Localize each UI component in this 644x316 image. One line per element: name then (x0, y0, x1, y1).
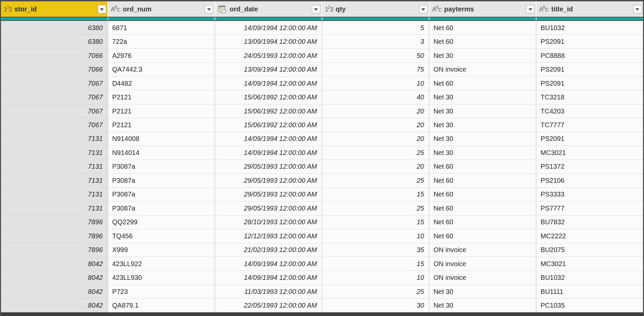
filter-dropdown-button[interactable] (633, 5, 642, 13)
cell-stor_id[interactable]: 7131 (1, 174, 108, 187)
cell-stor_id[interactable]: 7131 (1, 202, 108, 215)
cell-payterms[interactable]: ON invoice (430, 257, 536, 270)
cell-qty[interactable]: 15 (322, 216, 429, 229)
cell-stor_id[interactable]: 7131 (1, 146, 108, 159)
cell-ord_date[interactable]: 14/09/1994 12:00:00 AM (215, 257, 322, 270)
cell-ord_date[interactable]: 14/09/1994 12:00:00 AM (215, 146, 322, 159)
cell-ord_num[interactable]: P3087a (108, 188, 215, 201)
cell-payterms[interactable]: Net 30 (430, 132, 536, 146)
cell-title_id[interactable]: PS2091 (536, 35, 643, 48)
cell-ord_date[interactable]: 14/09/1994 12:00:00 AM (215, 21, 322, 34)
cell-ord_num[interactable]: P3087a (108, 202, 215, 215)
cell-ord_date[interactable]: 13/09/1994 12:00:00 AM (215, 35, 322, 48)
cell-title_id[interactable]: BU7832 (536, 216, 643, 229)
filter-dropdown-button[interactable] (526, 5, 534, 13)
cell-stor_id[interactable]: 7896 (1, 229, 108, 243)
cell-ord_date[interactable]: 11/03/1993 12:00:00 AM (215, 285, 322, 298)
cell-stor_id[interactable]: 7896 (1, 216, 108, 229)
cell-ord_date[interactable]: 21/02/1993 12:00:00 AM (215, 243, 322, 257)
column-header-stor_id[interactable]: 123stor_id (1, 1, 108, 17)
cell-title_id[interactable]: PC8888 (536, 49, 643, 62)
cell-payterms[interactable]: Net 30 (430, 104, 536, 118)
filter-dropdown-button[interactable] (98, 5, 106, 13)
cell-ord_date[interactable]: 15/06/1992 12:00:00 AM (215, 118, 322, 132)
cell-ord_date[interactable]: 24/05/1993 12:00:00 AM (215, 49, 322, 62)
cell-qty[interactable]: 50 (322, 49, 429, 62)
cell-qty[interactable]: 20 (322, 160, 429, 173)
cell-qty[interactable]: 20 (322, 118, 429, 132)
cell-stor_id[interactable]: 6380 (1, 21, 108, 34)
cell-payterms[interactable]: Net 30 (430, 90, 536, 104)
cell-payterms[interactable]: Net 60 (430, 77, 536, 90)
cell-qty[interactable]: 25 (322, 202, 429, 215)
cell-ord_num[interactable]: P3087a (108, 160, 215, 173)
cell-qty[interactable]: 20 (322, 104, 429, 118)
cell-payterms[interactable]: Net 30 (430, 285, 536, 298)
filter-dropdown-button[interactable] (205, 5, 213, 13)
cell-stor_id[interactable]: 7896 (1, 243, 108, 257)
cell-title_id[interactable]: BU2075 (536, 243, 643, 257)
cell-payterms[interactable]: Net 60 (430, 188, 536, 201)
cell-stor_id[interactable]: 8042 (1, 271, 108, 284)
horizontal-scrollbar-track[interactable] (1, 312, 643, 316)
cell-title_id[interactable]: TC4203 (536, 104, 643, 118)
cell-ord_num[interactable]: QA7442.3 (108, 63, 215, 76)
cell-ord_num[interactable]: P3087a (108, 174, 215, 187)
cell-title_id[interactable]: MC3021 (536, 257, 643, 270)
cell-title_id[interactable]: PS2091 (536, 63, 643, 76)
cell-payterms[interactable]: Net 60 (430, 21, 536, 34)
cell-payterms[interactable]: Net 30 (430, 49, 536, 62)
cell-ord_num[interactable]: P723 (108, 285, 215, 298)
cell-title_id[interactable]: BU1032 (536, 21, 643, 34)
cell-stor_id[interactable]: 7131 (1, 132, 108, 146)
cell-stor_id[interactable]: 6380 (1, 35, 108, 48)
cell-qty[interactable]: 35 (322, 243, 429, 257)
cell-stor_id[interactable]: 7131 (1, 188, 108, 201)
cell-stor_id[interactable]: 8042 (1, 285, 108, 298)
cell-ord_num[interactable]: X999 (108, 243, 215, 257)
cell-stor_id[interactable]: 7067 (1, 118, 108, 132)
cell-ord_num[interactable]: P2121 (108, 90, 215, 104)
cell-stor_id[interactable]: 7067 (1, 77, 108, 90)
cell-ord_date[interactable]: 22/05/1993 12:00:00 AM (215, 299, 322, 312)
cell-stor_id[interactable]: 8042 (1, 257, 108, 270)
cell-ord_num[interactable]: 722a (108, 35, 215, 48)
cell-payterms[interactable]: Net 30 (430, 118, 536, 132)
cell-qty[interactable]: 5 (322, 21, 429, 34)
cell-qty[interactable]: 40 (322, 90, 429, 104)
cell-stor_id[interactable]: 7067 (1, 90, 108, 104)
cell-title_id[interactable]: MC2222 (536, 229, 643, 243)
cell-stor_id[interactable]: 7066 (1, 49, 108, 62)
cell-ord_date[interactable]: 13/09/1994 12:00:00 AM (215, 63, 322, 76)
filter-dropdown-button[interactable] (312, 5, 320, 13)
cell-title_id[interactable]: BU1111 (536, 285, 643, 298)
cell-ord_num[interactable]: N914008 (108, 132, 215, 146)
cell-payterms[interactable]: Net 60 (430, 229, 536, 243)
cell-title_id[interactable]: TC3218 (536, 90, 643, 104)
cell-ord_date[interactable]: 12/12/1993 12:00:00 AM (215, 229, 322, 243)
cell-ord_date[interactable]: 29/05/1993 12:00:00 AM (215, 174, 322, 187)
column-header-payterms[interactable]: ABCpayterms (430, 1, 536, 17)
cell-title_id[interactable]: PS2091 (536, 77, 643, 90)
cell-title_id[interactable]: PS7777 (536, 202, 643, 215)
cell-ord_date[interactable]: 15/06/1992 12:00:00 AM (215, 104, 322, 118)
cell-qty[interactable]: 10 (322, 271, 429, 284)
cell-ord_num[interactable]: TQ456 (108, 229, 215, 243)
cell-title_id[interactable]: PS2106 (536, 174, 643, 187)
cell-title_id[interactable]: PS3333 (536, 188, 643, 201)
cell-stor_id[interactable]: 7066 (1, 63, 108, 76)
cell-ord_date[interactable]: 14/09/1994 12:00:00 AM (215, 271, 322, 284)
cell-qty[interactable]: 20 (322, 132, 429, 146)
cell-stor_id[interactable]: 7067 (1, 104, 108, 118)
cell-ord_date[interactable]: 29/05/1993 12:00:00 AM (215, 160, 322, 173)
cell-qty[interactable]: 10 (322, 229, 429, 243)
cell-ord_date[interactable]: 14/09/1994 12:00:00 AM (215, 77, 322, 90)
cell-title_id[interactable]: MC3021 (536, 146, 643, 159)
cell-ord_num[interactable]: QA879.1 (108, 299, 215, 312)
cell-stor_id[interactable]: 8042 (1, 299, 108, 312)
cell-ord_num[interactable]: N914014 (108, 146, 215, 159)
cell-ord_num[interactable]: A2976 (108, 49, 215, 62)
cell-qty[interactable]: 15 (322, 188, 429, 201)
cell-ord_num[interactable]: P2121 (108, 104, 215, 118)
cell-ord_date[interactable]: 29/05/1993 12:00:00 AM (215, 188, 322, 201)
